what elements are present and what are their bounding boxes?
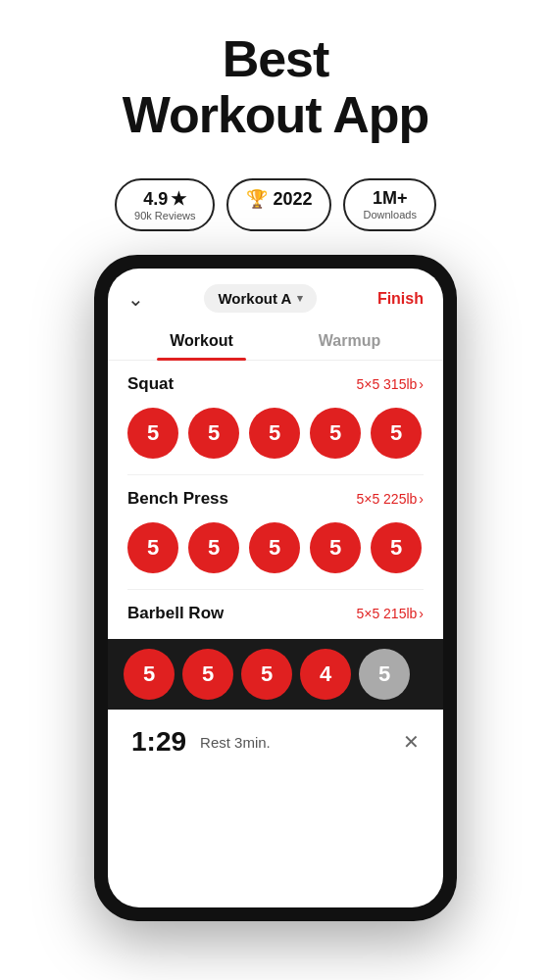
set-circle[interactable]: 5 bbox=[124, 649, 175, 700]
set-circle[interactable]: 5 bbox=[241, 649, 292, 700]
downloads-sub: Downloads bbox=[363, 209, 416, 220]
bench-sets-row: 5 5 5 5 5 bbox=[127, 518, 424, 583]
exercise-barbell-header: Barbell Row 5×5 215lb › bbox=[127, 604, 424, 623]
exercise-squat-info[interactable]: 5×5 315lb › bbox=[356, 376, 424, 392]
chevron-right-icon: › bbox=[419, 376, 424, 392]
set-circle[interactable]: 5 bbox=[371, 408, 422, 459]
exercise-barbell-name: Barbell Row bbox=[127, 604, 224, 623]
rest-timer: 1:29 Rest 3min. ✕ bbox=[108, 710, 443, 773]
phone-mockup: ⌄ Workout A ▾ Finish Workout Warmup bbox=[94, 255, 457, 980]
workout-name: Workout A bbox=[218, 290, 291, 307]
exercise-bench-info[interactable]: 5×5 225lb › bbox=[356, 491, 424, 507]
timer-display: 1:29 bbox=[131, 726, 186, 758]
chevron-down-icon[interactable]: ⌄ bbox=[127, 287, 144, 311]
tabs-bar: Workout Warmup bbox=[108, 322, 443, 361]
exercise-barbell: Barbell Row 5×5 215lb › bbox=[108, 590, 443, 639]
set-circle[interactable]: 5 bbox=[188, 408, 239, 459]
set-circle[interactable]: 5 bbox=[249, 522, 300, 573]
rating-sub: 90k Reviews bbox=[134, 210, 195, 221]
set-circle[interactable]: 5 bbox=[310, 408, 361, 459]
phone-screen: ⌄ Workout A ▾ Finish Workout Warmup bbox=[108, 269, 443, 907]
rating-value: 4.9★ bbox=[143, 188, 186, 210]
set-circle-inactive[interactable]: 5 bbox=[359, 649, 410, 700]
selector-arrow-icon: ▾ bbox=[297, 292, 303, 305]
finish-button[interactable]: Finish bbox=[377, 290, 424, 308]
set-circle[interactable]: 5 bbox=[127, 408, 178, 459]
header: Best Workout App bbox=[103, 0, 449, 163]
set-circle[interactable]: 5 bbox=[188, 522, 239, 573]
award-badge: 🏆 2022 bbox=[226, 178, 331, 231]
chevron-right-icon: › bbox=[419, 491, 424, 507]
rating-badge: 4.9★ 90k Reviews bbox=[115, 178, 215, 231]
badges-row: 4.9★ 90k Reviews 🏆 2022 1M+ Downloads bbox=[115, 178, 436, 231]
award-value: 🏆 2022 bbox=[246, 188, 312, 210]
close-icon[interactable]: ✕ bbox=[403, 730, 420, 754]
exercise-bench-header: Bench Press 5×5 225lb › bbox=[127, 489, 424, 509]
squat-sets-row: 5 5 5 5 5 bbox=[127, 404, 424, 468]
tab-workout[interactable]: Workout bbox=[127, 322, 276, 360]
set-circle[interactable]: 5 bbox=[182, 649, 233, 700]
exercise-barbell-info[interactable]: 5×5 215lb › bbox=[356, 606, 424, 621]
bottom-sets-bar: 5 5 5 4 5 bbox=[108, 639, 443, 710]
exercise-squat-header: Squat 5×5 315lb › bbox=[127, 374, 424, 394]
exercise-bench: Bench Press 5×5 225lb › 5 5 5 5 5 bbox=[108, 475, 443, 589]
workout-selector[interactable]: Workout A ▾ bbox=[204, 284, 317, 313]
exercise-bench-name: Bench Press bbox=[127, 489, 228, 509]
exercise-squat: Squat 5×5 315lb › 5 5 5 5 5 bbox=[108, 361, 443, 474]
exercise-squat-name: Squat bbox=[127, 374, 174, 394]
set-circle[interactable]: 5 bbox=[127, 522, 178, 573]
tab-warmup[interactable]: Warmup bbox=[276, 322, 424, 360]
set-circle[interactable]: 5 bbox=[310, 522, 361, 573]
set-circle[interactable]: 4 bbox=[300, 649, 351, 700]
set-circle[interactable]: 5 bbox=[371, 522, 422, 573]
page-title: Best Workout App bbox=[123, 31, 429, 143]
app-topbar: ⌄ Workout A ▾ Finish bbox=[108, 269, 443, 322]
downloads-value: 1M+ bbox=[373, 188, 408, 209]
chevron-right-icon: › bbox=[419, 606, 424, 621]
set-circle[interactable]: 5 bbox=[249, 408, 300, 459]
timer-label: Rest 3min. bbox=[200, 734, 389, 751]
downloads-badge: 1M+ Downloads bbox=[343, 178, 435, 231]
phone-frame: ⌄ Workout A ▾ Finish Workout Warmup bbox=[94, 255, 457, 921]
